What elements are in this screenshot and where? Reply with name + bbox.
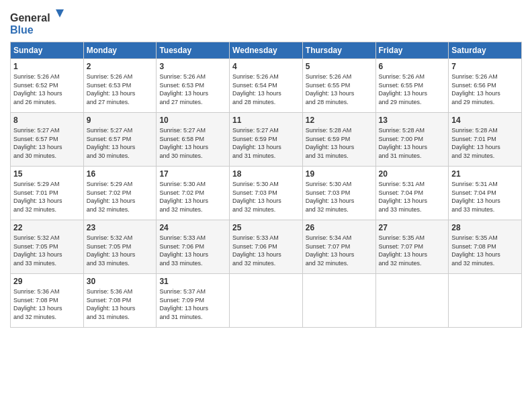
day-content: Sunrise: 5:26 AM Sunset: 6:53 PM Dayligh…	[159, 73, 226, 106]
header-day-sunday: Sunday	[11, 42, 84, 59]
svg-text:Blue: Blue	[10, 24, 34, 36]
calendar-cell: 16Sunrise: 5:29 AM Sunset: 7:02 PM Dayli…	[83, 167, 157, 220]
day-number: 27	[379, 223, 446, 232]
day-content: Sunrise: 5:36 AM Sunset: 7:08 PM Dayligh…	[87, 287, 154, 321]
day-content: Sunrise: 5:31 AM Sunset: 7:04 PM Dayligh…	[451, 180, 519, 214]
day-number: 12	[306, 116, 373, 125]
day-content: Sunrise: 5:30 AM Sunset: 7:03 PM Dayligh…	[306, 180, 373, 214]
day-content: Sunrise: 5:35 AM Sunset: 7:08 PM Dayligh…	[451, 234, 519, 267]
day-content: Sunrise: 5:29 AM Sunset: 7:02 PM Dayligh…	[87, 180, 154, 214]
calendar-cell	[230, 274, 303, 328]
day-number: 31	[159, 277, 226, 286]
day-number: 3	[159, 62, 226, 71]
day-content: Sunrise: 5:27 AM Sunset: 6:58 PM Dayligh…	[159, 126, 226, 160]
header-row: SundayMondayTuesdayWednesdayThursdayFrid…	[11, 42, 522, 59]
calendar-cell: 28Sunrise: 5:35 AM Sunset: 7:08 PM Dayli…	[449, 220, 522, 274]
calendar-cell: 25Sunrise: 5:33 AM Sunset: 7:06 PM Dayli…	[230, 220, 303, 274]
day-content: Sunrise: 5:35 AM Sunset: 7:07 PM Dayligh…	[379, 234, 446, 267]
header-day-monday: Monday	[83, 42, 157, 59]
day-content: Sunrise: 5:29 AM Sunset: 7:01 PM Dayligh…	[13, 180, 81, 214]
logo: GeneralBlue	[10, 9, 66, 36]
calendar-cell: 8Sunrise: 5:27 AM Sunset: 6:57 PM Daylig…	[11, 113, 84, 167]
day-content: Sunrise: 5:26 AM Sunset: 6:55 PM Dayligh…	[306, 73, 373, 106]
day-number: 11	[232, 116, 300, 125]
week-row-3: 15Sunrise: 5:29 AM Sunset: 7:01 PM Dayli…	[11, 167, 522, 220]
day-number: 10	[159, 116, 226, 125]
header-day-friday: Friday	[375, 42, 449, 59]
header-day-thursday: Thursday	[302, 42, 375, 59]
calendar-cell: 17Sunrise: 5:30 AM Sunset: 7:02 PM Dayli…	[157, 167, 230, 220]
calendar-cell: 23Sunrise: 5:32 AM Sunset: 7:05 PM Dayli…	[83, 220, 157, 274]
day-number: 20	[379, 169, 446, 179]
day-number: 2	[87, 62, 154, 71]
day-content: Sunrise: 5:27 AM Sunset: 6:57 PM Dayligh…	[87, 126, 154, 160]
day-number: 9	[87, 116, 154, 125]
day-content: Sunrise: 5:26 AM Sunset: 6:54 PM Dayligh…	[232, 73, 300, 106]
calendar-cell: 6Sunrise: 5:26 AM Sunset: 6:55 PM Daylig…	[375, 59, 449, 113]
svg-marker-2	[56, 9, 64, 17]
calendar-cell: 14Sunrise: 5:28 AM Sunset: 7:01 PM Dayli…	[449, 113, 522, 167]
day-content: Sunrise: 5:30 AM Sunset: 7:03 PM Dayligh…	[232, 180, 300, 214]
day-content: Sunrise: 5:28 AM Sunset: 7:00 PM Dayligh…	[379, 126, 446, 160]
calendar-cell: 21Sunrise: 5:31 AM Sunset: 7:04 PM Dayli…	[449, 167, 522, 220]
day-number: 25	[232, 223, 300, 232]
calendar-cell: 18Sunrise: 5:30 AM Sunset: 7:03 PM Dayli…	[230, 167, 303, 220]
logo-icon: GeneralBlue	[10, 9, 64, 36]
day-content: Sunrise: 5:34 AM Sunset: 7:07 PM Dayligh…	[306, 234, 373, 267]
calendar-cell	[302, 274, 375, 328]
day-number: 30	[87, 277, 154, 286]
calendar-cell: 30Sunrise: 5:36 AM Sunset: 7:08 PM Dayli…	[83, 274, 157, 328]
week-row-4: 22Sunrise: 5:32 AM Sunset: 7:05 PM Dayli…	[11, 220, 522, 274]
day-number: 17	[159, 169, 226, 179]
day-number: 22	[13, 223, 81, 232]
day-content: Sunrise: 5:26 AM Sunset: 6:55 PM Dayligh…	[379, 73, 446, 106]
day-number: 19	[306, 169, 373, 179]
calendar-cell: 27Sunrise: 5:35 AM Sunset: 7:07 PM Dayli…	[375, 220, 449, 274]
day-number: 1	[13, 62, 81, 71]
day-content: Sunrise: 5:36 AM Sunset: 7:08 PM Dayligh…	[13, 287, 81, 321]
calendar-cell: 12Sunrise: 5:28 AM Sunset: 6:59 PM Dayli…	[302, 113, 375, 167]
day-number: 4	[232, 62, 300, 71]
day-number: 18	[232, 169, 300, 179]
day-content: Sunrise: 5:27 AM Sunset: 6:57 PM Dayligh…	[13, 126, 81, 160]
calendar-cell: 5Sunrise: 5:26 AM Sunset: 6:55 PM Daylig…	[302, 59, 375, 113]
day-number: 16	[87, 169, 154, 179]
svg-text:General: General	[10, 12, 50, 24]
header-day-saturday: Saturday	[449, 42, 522, 59]
day-number: 14	[451, 116, 519, 125]
calendar-cell	[375, 274, 449, 328]
day-number: 28	[451, 223, 519, 232]
day-number: 29	[13, 277, 81, 286]
day-number: 21	[451, 169, 519, 179]
calendar-cell: 26Sunrise: 5:34 AM Sunset: 7:07 PM Dayli…	[302, 220, 375, 274]
day-content: Sunrise: 5:32 AM Sunset: 7:05 PM Dayligh…	[87, 234, 154, 267]
day-content: Sunrise: 5:27 AM Sunset: 6:59 PM Dayligh…	[232, 126, 300, 160]
header-day-wednesday: Wednesday	[230, 42, 303, 59]
calendar-table: SundayMondayTuesdayWednesdayThursdayFrid…	[10, 42, 522, 328]
header-area: GeneralBlue	[10, 7, 522, 36]
day-content: Sunrise: 5:26 AM Sunset: 6:56 PM Dayligh…	[451, 73, 519, 106]
calendar-cell: 2Sunrise: 5:26 AM Sunset: 6:53 PM Daylig…	[83, 59, 157, 113]
calendar-cell: 1Sunrise: 5:26 AM Sunset: 6:52 PM Daylig…	[11, 59, 84, 113]
calendar-cell: 19Sunrise: 5:30 AM Sunset: 7:03 PM Dayli…	[302, 167, 375, 220]
calendar-cell: 24Sunrise: 5:33 AM Sunset: 7:06 PM Dayli…	[157, 220, 230, 274]
week-row-1: 1Sunrise: 5:26 AM Sunset: 6:52 PM Daylig…	[11, 59, 522, 113]
week-row-2: 8Sunrise: 5:27 AM Sunset: 6:57 PM Daylig…	[11, 113, 522, 167]
calendar-cell: 15Sunrise: 5:29 AM Sunset: 7:01 PM Dayli…	[11, 167, 84, 220]
day-content: Sunrise: 5:37 AM Sunset: 7:09 PM Dayligh…	[159, 287, 226, 321]
day-content: Sunrise: 5:26 AM Sunset: 6:53 PM Dayligh…	[87, 73, 154, 106]
calendar-cell: 11Sunrise: 5:27 AM Sunset: 6:59 PM Dayli…	[230, 113, 303, 167]
week-row-5: 29Sunrise: 5:36 AM Sunset: 7:08 PM Dayli…	[11, 274, 522, 328]
main-container: GeneralBlue SundayMondayTuesdayWednesday…	[0, 0, 532, 334]
day-number: 26	[306, 223, 373, 232]
day-number: 8	[13, 116, 81, 125]
header-day-tuesday: Tuesday	[157, 42, 230, 59]
day-content: Sunrise: 5:32 AM Sunset: 7:05 PM Dayligh…	[13, 234, 81, 267]
calendar-cell: 13Sunrise: 5:28 AM Sunset: 7:00 PM Dayli…	[375, 113, 449, 167]
day-content: Sunrise: 5:28 AM Sunset: 6:59 PM Dayligh…	[306, 126, 373, 160]
calendar-cell: 4Sunrise: 5:26 AM Sunset: 6:54 PM Daylig…	[230, 59, 303, 113]
day-content: Sunrise: 5:26 AM Sunset: 6:52 PM Dayligh…	[13, 73, 81, 106]
day-number: 6	[379, 62, 446, 71]
day-number: 7	[451, 62, 519, 71]
calendar-cell: 20Sunrise: 5:31 AM Sunset: 7:04 PM Dayli…	[375, 167, 449, 220]
